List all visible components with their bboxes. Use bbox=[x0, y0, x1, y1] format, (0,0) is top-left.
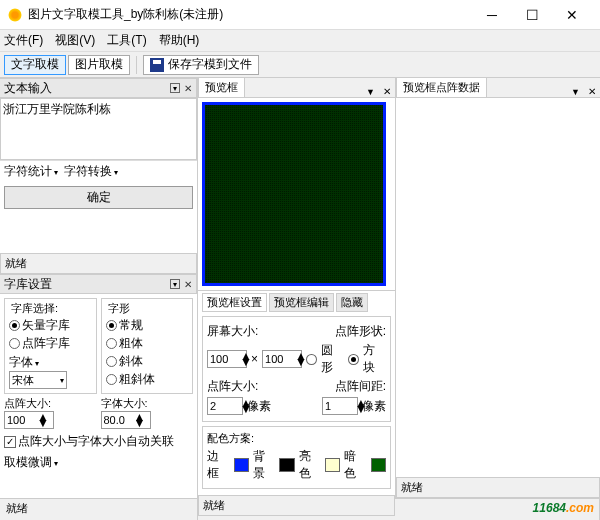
text-input-area[interactable]: 浙江万里学院陈利栋 bbox=[0, 98, 197, 160]
screen-w-spin[interactable]: ▲▼ bbox=[207, 350, 247, 368]
preview-canvas[interactable] bbox=[202, 102, 386, 286]
glyph-label: 字形 bbox=[106, 301, 189, 316]
dark-color-swatch[interactable] bbox=[371, 458, 386, 472]
pin-icon[interactable]: ▾ bbox=[170, 279, 180, 289]
char-conv-link[interactable]: 字符转换▾ bbox=[64, 163, 118, 180]
save-icon bbox=[150, 58, 164, 72]
dot-gap-spin[interactable]: ▲▼ bbox=[322, 397, 358, 415]
chevron-down-icon[interactable]: ▼ bbox=[567, 87, 584, 97]
lib-select-label: 字库选择: bbox=[9, 301, 92, 316]
color-scheme-label: 配色方案: bbox=[207, 431, 386, 446]
window-title: 图片文字取模工具_by陈利栋(未注册) bbox=[28, 6, 472, 23]
chevron-down-icon[interactable]: ▼ bbox=[362, 87, 379, 97]
screen-h-spin[interactable]: ▲▼ bbox=[262, 350, 302, 368]
panel-close-icon[interactable]: ✕ bbox=[184, 279, 192, 290]
confirm-button[interactable]: 确定 bbox=[4, 186, 193, 209]
tab-preview-edit[interactable]: 预览框编辑 bbox=[269, 293, 334, 312]
panel-close-icon[interactable]: ✕ bbox=[379, 86, 395, 97]
dot-data-area[interactable] bbox=[396, 98, 600, 477]
statusbar-left: 就绪 bbox=[0, 499, 198, 520]
dot-gap-label: 点阵间距: bbox=[335, 378, 386, 395]
panel-close-icon[interactable]: ✕ bbox=[184, 83, 192, 94]
tab-preview-settings[interactable]: 预览框设置 bbox=[202, 293, 267, 312]
font-combo[interactable]: 宋体▾ bbox=[9, 371, 67, 389]
font-size-label: 字体大小: bbox=[101, 396, 194, 411]
dot-size2-label: 点阵大小: bbox=[207, 378, 258, 395]
menu-tool[interactable]: 工具(T) bbox=[107, 32, 146, 49]
text-input-header: 文本输入 ▾ ✕ bbox=[0, 78, 197, 98]
fine-tune-link[interactable]: 取模微调▾ bbox=[4, 455, 58, 469]
tab-dot-data[interactable]: 预览框点阵数据 bbox=[396, 77, 487, 97]
toolbar-separator bbox=[136, 56, 137, 74]
maximize-button[interactable]: ☐ bbox=[512, 1, 552, 29]
radio-vector[interactable] bbox=[9, 320, 20, 331]
light-color-swatch[interactable] bbox=[325, 458, 340, 472]
border-color-swatch[interactable] bbox=[234, 458, 249, 472]
dot-size-spin[interactable]: ▲▼ bbox=[4, 411, 54, 429]
save-font-label: 保存字模到文件 bbox=[168, 56, 252, 73]
radio-bold[interactable] bbox=[106, 338, 117, 349]
screen-size-label: 屏幕大小: bbox=[207, 323, 258, 340]
tab-preview[interactable]: 预览框 bbox=[198, 77, 245, 97]
menu-view[interactable]: 视图(V) bbox=[55, 32, 95, 49]
left-status-1: 就绪 bbox=[0, 253, 197, 274]
watermark: 11684.com bbox=[533, 492, 594, 518]
tab-preview-hide[interactable]: 隐藏 bbox=[336, 293, 368, 312]
radio-italic[interactable] bbox=[106, 356, 117, 367]
auto-link-checkbox[interactable]: ✓ bbox=[4, 436, 16, 448]
minimize-button[interactable]: ─ bbox=[472, 1, 512, 29]
menu-file[interactable]: 文件(F) bbox=[4, 32, 43, 49]
dot-shape-label: 点阵形状: bbox=[335, 323, 386, 340]
auto-link-label: 点阵大小与字体大小自动关联 bbox=[18, 433, 174, 450]
char-stat-link[interactable]: 字符统计▾ bbox=[4, 163, 58, 180]
app-icon bbox=[8, 8, 22, 22]
radio-bitmap[interactable] bbox=[9, 338, 20, 349]
save-font-button[interactable]: 保存字模到文件 bbox=[143, 55, 259, 75]
bg-color-swatch[interactable] bbox=[279, 458, 294, 472]
font-settings-title: 字库设置 bbox=[4, 276, 170, 293]
panel-close-icon[interactable]: ✕ bbox=[584, 86, 600, 97]
menu-help[interactable]: 帮助(H) bbox=[159, 32, 200, 49]
radio-regular[interactable] bbox=[106, 320, 117, 331]
font-size-spin[interactable]: ▲▼ bbox=[101, 411, 151, 429]
text-mode-button[interactable]: 文字取模 bbox=[4, 55, 66, 75]
font-settings-header: 字库设置 ▾ ✕ bbox=[0, 274, 197, 294]
dot-size2-spin[interactable]: ▲▼ bbox=[207, 397, 243, 415]
radio-square[interactable] bbox=[348, 354, 359, 365]
close-button[interactable]: ✕ bbox=[552, 1, 592, 29]
dot-size-label: 点阵大小: bbox=[4, 396, 97, 411]
text-input-title: 文本输入 bbox=[4, 80, 170, 97]
image-mode-button[interactable]: 图片取模 bbox=[68, 55, 130, 75]
radio-bold-italic[interactable] bbox=[106, 374, 117, 385]
pin-icon[interactable]: ▾ bbox=[170, 83, 180, 93]
radio-circle[interactable] bbox=[306, 354, 317, 365]
